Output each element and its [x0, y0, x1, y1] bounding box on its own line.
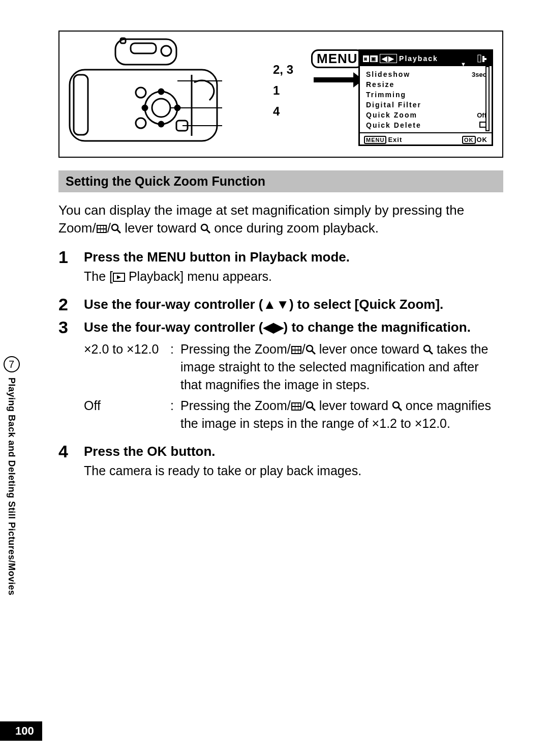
svg-rect-25 — [101, 229, 103, 232]
svg-point-9 — [159, 89, 164, 94]
svg-rect-22 — [101, 226, 103, 228]
svg-point-14 — [136, 118, 146, 128]
intro-text: You can display the image at set magnifi… — [58, 201, 503, 237]
magnify-icon — [111, 223, 121, 234]
svg-line-41 — [312, 351, 315, 354]
svg-point-10 — [159, 122, 164, 127]
sidebar: 7 Playing Back and Deleting Still Pictur… — [0, 356, 23, 596]
play-tab-icon: ◀▶ — [380, 54, 397, 63]
svg-point-51 — [307, 402, 313, 408]
callout-numbers: 2, 3 1 4 — [273, 60, 293, 122]
figure-box: MENU 2, 3 1 4 ◙ ▣ ◀▶ Playback ▼ Slidesho… — [58, 31, 503, 158]
arrow-icon — [314, 77, 354, 82]
svg-point-13 — [136, 88, 146, 98]
down-triangle-icon: ▼ — [461, 61, 467, 67]
svg-line-43 — [430, 351, 433, 354]
svg-rect-21 — [98, 226, 100, 228]
svg-rect-3 — [120, 38, 126, 43]
svg-point-53 — [393, 402, 399, 408]
magnify-icon — [392, 401, 402, 411]
lcd-title: Playback — [399, 54, 438, 63]
magnify-icon — [306, 344, 316, 355]
svg-rect-39 — [298, 351, 300, 353]
svg-rect-23 — [104, 226, 106, 228]
svg-rect-24 — [98, 229, 100, 232]
svg-marker-32 — [117, 275, 121, 279]
thumbnail-icon — [96, 224, 107, 234]
magnify-icon — [306, 401, 316, 411]
page-number: 100 — [0, 721, 42, 741]
chapter-number: 7 — [4, 356, 20, 372]
steps-list: 1 Press the MENU button in Playback mode… — [58, 248, 503, 487]
magnify-icon — [423, 344, 433, 355]
svg-line-54 — [399, 408, 402, 411]
svg-point-27 — [112, 224, 118, 230]
svg-point-2 — [161, 46, 171, 56]
svg-point-8 — [152, 99, 170, 117]
svg-rect-26 — [104, 229, 106, 232]
svg-rect-46 — [295, 403, 298, 406]
section-heading: Setting the Quick Zoom Function — [58, 170, 503, 192]
menu-button-label: MENU — [311, 49, 363, 68]
thumbnail-icon — [291, 345, 302, 355]
magnify-icon — [200, 223, 210, 234]
svg-rect-48 — [292, 407, 295, 410]
svg-rect-19 — [478, 55, 481, 62]
svg-point-29 — [201, 224, 207, 230]
lcd-playback-menu: ◙ ▣ ◀▶ Playback ▼ Slideshow3sec Resize T… — [358, 49, 493, 146]
chapter-title: Playing Back and Deleting Still Pictures… — [6, 377, 17, 596]
svg-rect-37 — [292, 351, 295, 353]
svg-rect-34 — [292, 347, 295, 350]
lcd-header: ◙ ▣ ◀▶ Playback ▼ — [360, 51, 492, 66]
svg-rect-35 — [295, 347, 298, 350]
svg-point-42 — [424, 345, 430, 352]
svg-rect-1 — [131, 43, 156, 53]
lcd-body: Slideshow3sec Resize Trimming Digital Fi… — [360, 66, 492, 132]
rec-tab-icon: ▣ — [370, 55, 378, 62]
svg-rect-45 — [292, 403, 295, 406]
svg-line-28 — [117, 230, 120, 233]
svg-line-52 — [312, 408, 315, 411]
step-4: 4 Press the OK button. The camera is rea… — [58, 443, 503, 487]
svg-rect-50 — [298, 407, 300, 410]
camera-illustration — [65, 34, 222, 151]
svg-point-40 — [307, 345, 313, 352]
svg-rect-47 — [298, 403, 300, 406]
step-2: 2 Use the four-way controller (▲▼) to se… — [58, 296, 503, 315]
camera-tab-icon: ◙ — [363, 55, 369, 62]
thumbnail-icon — [291, 402, 302, 411]
lcd-footer: MENUExit OKOK — [360, 132, 492, 146]
svg-rect-5 — [74, 75, 88, 135]
playback-icon — [113, 273, 125, 282]
tool-tab-icon — [477, 54, 489, 64]
svg-rect-38 — [295, 351, 298, 353]
svg-line-30 — [207, 230, 210, 233]
svg-rect-49 — [295, 407, 298, 410]
lcd-scrollbar — [485, 66, 490, 131]
svg-point-11 — [142, 105, 147, 110]
step-3: 3 Use the four-way controller (◀▶) to ch… — [58, 318, 503, 440]
svg-rect-36 — [298, 347, 300, 350]
step-1: 1 Press the MENU button in Playback mode… — [58, 248, 503, 293]
